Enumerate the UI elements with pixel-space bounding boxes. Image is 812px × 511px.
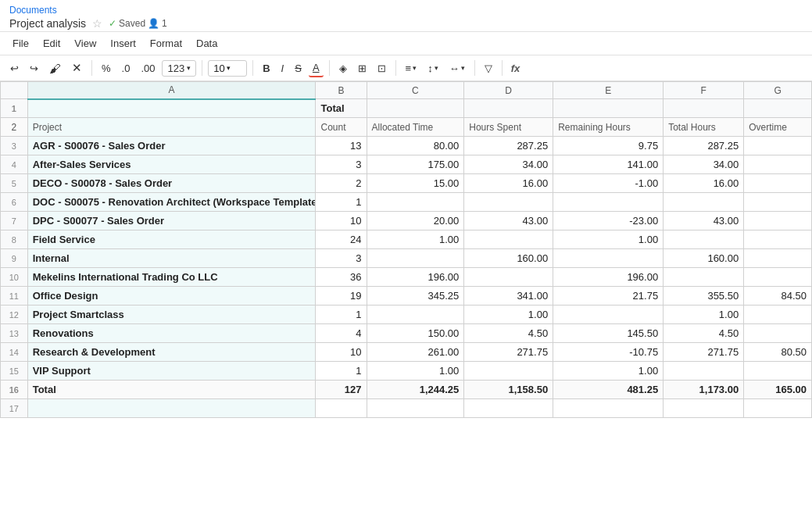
cell-f17[interactable] [664,399,744,418]
cell-a7[interactable]: DPC - S00077 - Sales Order [27,212,316,230]
cell-f15[interactable] [664,362,744,381]
cell-g15[interactable] [744,362,812,381]
cell-f13[interactable]: 4.50 [664,324,744,343]
cell-b10[interactable]: 36 [316,268,367,287]
cell-d3[interactable]: 287.25 [464,137,553,155]
strikethrough-button[interactable]: S [291,60,306,77]
cell-c16[interactable]: 1,244.25 [367,381,464,399]
underline-button[interactable]: A [309,59,324,77]
col-header-f[interactable]: F [664,82,744,99]
cell-f10[interactable] [664,268,744,287]
cell-c2[interactable]: Allocated Time [367,118,464,137]
cell-f7[interactable]: 43.00 [664,212,744,230]
menu-insert[interactable]: Insert [104,35,142,52]
cell-d13[interactable]: 4.50 [464,324,553,343]
col-header-g[interactable]: G [744,82,812,99]
cell-e15[interactable]: 1.00 [553,362,664,381]
cell-e4[interactable]: 141.00 [553,155,664,174]
italic-button[interactable]: I [277,60,288,77]
cell-g3[interactable] [744,137,812,155]
breadcrumb[interactable]: Documents [9,5,803,16]
cell-g12[interactable] [744,306,812,324]
fill-color-button[interactable]: ◈ [335,60,351,77]
cell-f2[interactable]: Total Hours [664,118,744,137]
cell-d10[interactable] [464,268,553,287]
menu-format[interactable]: Format [144,35,188,52]
cell-g17[interactable] [744,399,812,418]
cell-d9[interactable]: 160.00 [464,249,553,268]
cell-b1[interactable]: Total [316,99,367,118]
col-header-b[interactable]: B [316,82,367,99]
cell-b12[interactable]: 1 [316,306,367,324]
cell-a16[interactable]: Total [27,381,316,399]
decimal0-button[interactable]: .0 [118,60,134,77]
align-h-button[interactable]: ≡▾ [402,60,421,77]
cell-d16[interactable]: 1,158.50 [464,381,553,399]
cell-a13[interactable]: Renovations [27,324,316,343]
cell-f6[interactable] [664,193,744,212]
percent-button[interactable]: % [98,60,115,77]
cell-c4[interactable]: 175.00 [367,155,464,174]
redo-button[interactable]: ↪ [26,60,42,77]
cell-f5[interactable]: 16.00 [664,174,744,193]
cell-g16[interactable]: 165.00 [744,381,812,399]
cell-g13[interactable] [744,324,812,343]
cell-e3[interactable]: 9.75 [553,137,664,155]
cell-a9[interactable]: Internal [27,249,316,268]
cell-c13[interactable]: 150.00 [367,324,464,343]
cell-e2[interactable]: Remaining Hours [553,118,664,137]
cell-f12[interactable]: 1.00 [664,306,744,324]
cell-a10[interactable]: Mekelins International Trading Co LLC [27,268,316,287]
cell-a4[interactable]: After-Sales Services [27,155,316,174]
cell-b17[interactable] [316,399,367,418]
cell-e16[interactable]: 481.25 [553,381,664,399]
align-v-button[interactable]: ↕▾ [424,60,442,77]
star-icon[interactable]: ☆ [92,17,102,30]
cell-d8[interactable] [464,230,553,249]
cell-c14[interactable]: 261.00 [367,343,464,362]
cell-f14[interactable]: 271.75 [664,343,744,362]
col-header-a[interactable]: A [27,82,316,99]
cell-a5[interactable]: DECO - S00078 - Sales Order [27,174,316,193]
cell-b11[interactable]: 19 [316,287,367,306]
cell-d5[interactable]: 16.00 [464,174,553,193]
cell-a2[interactable]: Project [27,118,316,137]
cell-g11[interactable]: 84.50 [744,287,812,306]
cell-e12[interactable] [553,306,664,324]
cell-e7[interactable]: -23.00 [553,212,664,230]
paint-format-button[interactable]: 🖌 [45,59,65,77]
cell-c1[interactable] [367,99,464,118]
cell-b7[interactable]: 10 [316,212,367,230]
cell-d6[interactable] [464,193,553,212]
cell-d11[interactable]: 341.00 [464,287,553,306]
cell-b16[interactable]: 127 [316,381,367,399]
cell-g4[interactable] [744,155,812,174]
cell-f3[interactable]: 287.25 [664,137,744,155]
cell-f8[interactable] [664,230,744,249]
cell-f4[interactable]: 34.00 [664,155,744,174]
cell-e8[interactable]: 1.00 [553,230,664,249]
cell-e13[interactable]: 145.50 [553,324,664,343]
cell-a14[interactable]: Research & Development [27,343,316,362]
cell-a1[interactable] [27,99,316,118]
cell-e6[interactable] [553,193,664,212]
cell-f9[interactable]: 160.00 [664,249,744,268]
cell-e14[interactable]: -10.75 [553,343,664,362]
cell-d12[interactable]: 1.00 [464,306,553,324]
cell-b8[interactable]: 24 [316,230,367,249]
cell-a11[interactable]: Office Design [27,287,316,306]
menu-data[interactable]: Data [190,35,224,52]
cell-g8[interactable] [744,230,812,249]
cell-e11[interactable]: 21.75 [553,287,664,306]
filter-button[interactable]: ▽ [481,60,496,77]
cell-e1[interactable] [553,99,664,118]
cell-d7[interactable]: 43.00 [464,212,553,230]
merge-button[interactable]: ⊡ [374,60,390,77]
cell-c5[interactable]: 15.00 [367,174,464,193]
cell-b14[interactable]: 10 [316,343,367,362]
cell-c6[interactable] [367,193,464,212]
cell-e5[interactable]: -1.00 [553,174,664,193]
cell-c9[interactable] [367,249,464,268]
cell-g2[interactable]: Overtime [744,118,812,137]
font-size-selector[interactable]: 10 ▾ [208,60,247,77]
